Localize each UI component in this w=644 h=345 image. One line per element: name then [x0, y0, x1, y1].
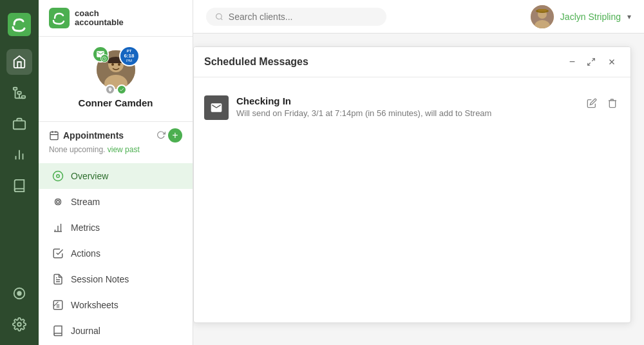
svg-point-29 — [57, 201, 60, 204]
sidebar-item-metrics[interactable]: Metrics — [39, 215, 193, 241]
nav-chart[interactable] — [6, 142, 32, 168]
svg-line-22 — [104, 59, 105, 59]
top-bar: Jaclyn Stripling ▾ — [193, 0, 644, 34]
logo-line2: accountable — [75, 18, 124, 27]
sidebar: coach accountable — [39, 0, 193, 345]
svg-rect-2 — [17, 92, 21, 94]
modal-controls: − — [565, 55, 620, 69]
calendar-icon — [49, 130, 59, 141]
edit-message-button[interactable] — [584, 95, 600, 113]
message-title: Checking In — [236, 95, 576, 106]
overview-label: Overview — [71, 171, 108, 181]
modal-body: Checking In Will send on Friday, 3/1 at … — [194, 77, 630, 322]
nav-hierarchy[interactable] — [6, 80, 32, 106]
search-box — [206, 8, 386, 26]
nav-briefcase[interactable] — [6, 111, 32, 137]
svg-rect-14 — [49, 8, 70, 28]
nav-book[interactable] — [6, 173, 32, 199]
logo-icon — [8, 13, 31, 36]
stream-icon — [52, 195, 64, 208]
nav-home[interactable] — [6, 49, 32, 75]
search-icon — [215, 12, 223, 21]
appointments-none-text: None upcoming. view past — [49, 145, 182, 154]
session-notes-label: Session Notes — [71, 274, 129, 284]
message-content: Checking In Will send on Friday, 3/1 at … — [236, 95, 576, 118]
svg-point-18 — [111, 63, 114, 66]
svg-point-13 — [17, 322, 21, 326]
worksheets-label: Worksheets — [71, 300, 118, 310]
svg-rect-23 — [50, 132, 58, 140]
user-area[interactable]: Jaclyn Stripling ▾ — [531, 5, 631, 28]
refresh-appointments-button[interactable] — [156, 130, 166, 141]
metrics-label: Metrics — [71, 222, 100, 233]
envelope-icon — [204, 95, 229, 120]
left-nav-bar — [0, 0, 39, 345]
client-profile: PT 6:18 PM Conner Camden — [39, 37, 193, 122]
appointments-header: Appointments + — [49, 128, 182, 143]
coach-accountable-logo — [49, 8, 70, 28]
view-past-link[interactable]: view past — [108, 145, 140, 154]
add-appointment-button[interactable]: + — [168, 128, 182, 143]
overview-icon — [52, 170, 64, 182]
client-name: Conner Camden — [79, 97, 153, 108]
message-subtitle: Will send on Friday, 3/1 at 7:14pm (in 5… — [236, 108, 576, 118]
sidebar-item-actions[interactable]: Actions — [39, 241, 193, 266]
svg-rect-45 — [538, 9, 547, 12]
delete-message-button[interactable] — [605, 95, 620, 113]
chevron-down-icon: ▾ — [627, 12, 631, 21]
svg-point-28 — [57, 175, 60, 178]
svg-point-27 — [53, 172, 63, 181]
appointments-section: Appointments + None upcoming. view past — [39, 122, 193, 158]
session-notes-icon — [52, 273, 64, 286]
sidebar-logo-header: coach accountable — [39, 0, 193, 37]
svg-point-12 — [17, 291, 21, 295]
scheduled-message-item: Checking In Will send on Friday, 3/1 at … — [204, 88, 620, 128]
modal-header: Scheduled Messages − — [194, 47, 630, 77]
svg-rect-1 — [14, 88, 17, 90]
sidebar-item-overview[interactable]: Overview — [39, 163, 193, 189]
journal-icon — [52, 324, 64, 337]
search-input[interactable] — [229, 12, 377, 22]
time-badge: PT 6:18 PM — [119, 46, 140, 66]
svg-line-46 — [592, 59, 594, 61]
user-avatar — [531, 5, 554, 28]
sidebar-item-stream[interactable]: Stream — [39, 189, 193, 215]
message-item-actions — [584, 95, 620, 113]
sidebar-item-journal[interactable]: Journal — [39, 318, 193, 344]
modal-title: Scheduled Messages — [204, 56, 308, 68]
nav-circle[interactable] — [6, 281, 32, 306]
logo-text: coach accountable — [75, 9, 124, 28]
modal-minimize-button[interactable]: − — [565, 55, 579, 69]
modal-close-button[interactable] — [603, 56, 620, 68]
svg-line-47 — [588, 63, 591, 65]
stream-label: Stream — [71, 197, 100, 207]
journal-label: Journal — [71, 326, 100, 336]
appointments-controls: + — [156, 128, 182, 143]
svg-point-19 — [118, 63, 120, 66]
actions-icon — [52, 247, 64, 260]
svg-rect-0 — [8, 13, 31, 36]
worksheets-icon — [52, 299, 64, 311]
sidebar-item-session-notes[interactable]: Session Notes — [39, 266, 193, 292]
metrics-icon — [52, 221, 64, 234]
svg-point-39 — [216, 14, 222, 19]
content-area: Scheduled Messages − — [193, 34, 644, 345]
avatar-container: PT 6:18 PM — [93, 47, 138, 92]
svg-rect-7 — [14, 121, 25, 129]
logo-line1: coach — [75, 9, 124, 18]
modal-expand-button[interactable] — [583, 56, 600, 68]
user-name: Jaclyn Stripling — [560, 12, 621, 22]
sidebar-nav: Overview Stream — [39, 158, 193, 345]
main-content: Jaclyn Stripling ▾ Scheduled Messages − — [193, 0, 644, 345]
appointments-title: Appointments — [49, 130, 124, 141]
email-badge — [92, 46, 109, 63]
actions-label: Actions — [71, 248, 100, 259]
sidebar-item-worksheets[interactable]: Worksheets — [39, 292, 193, 318]
nav-settings[interactable] — [6, 311, 32, 337]
svg-line-40 — [221, 18, 222, 19]
scheduled-messages-modal: Scheduled Messages − — [193, 46, 631, 323]
